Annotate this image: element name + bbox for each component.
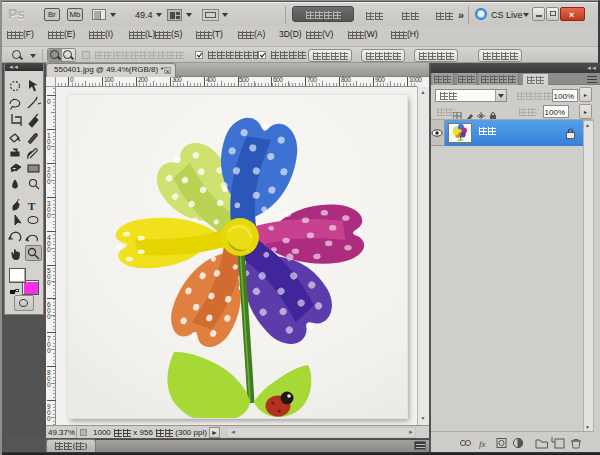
svg-text:fx: fx [479,439,486,449]
svg-text:T: T [28,200,36,212]
